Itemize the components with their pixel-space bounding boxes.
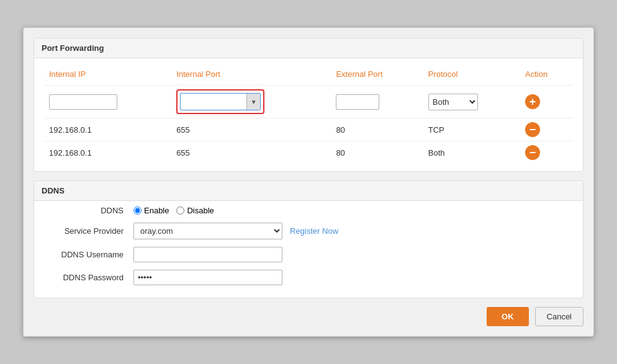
footer-buttons: OK Cancel <box>34 307 583 326</box>
col-protocol: Protocol <box>423 66 520 86</box>
cell-internal-ip-3: 192.168.0.1 <box>44 141 171 164</box>
protocol-select-1[interactable]: Both TCP UDP <box>429 94 477 110</box>
service-provider-label: Service Provider <box>34 226 133 236</box>
main-dialog: Port Forwarding Internal IP Internal Por… <box>23 27 594 337</box>
cell-internal-port-3: 655 <box>171 141 331 164</box>
minus-icon: − <box>529 147 536 158</box>
enable-radio[interactable] <box>133 206 142 215</box>
port-forwarding-title: Port Forwarding <box>34 38 583 58</box>
password-row: DDNS Password <box>34 270 583 285</box>
ok-button[interactable]: OK <box>487 307 529 326</box>
minus-icon: − <box>529 124 536 135</box>
disable-radio-label[interactable]: Disable <box>176 206 214 215</box>
external-port-input-1[interactable]: 21 <box>336 94 379 110</box>
remove-row-button-2[interactable]: − <box>525 122 540 137</box>
table-row: 192.168.1.1 8080 ▼ 21 <box>44 86 573 118</box>
disable-label: Disable <box>187 206 214 215</box>
port-forwarding-table: Internal IP Internal Port External Port … <box>44 66 573 164</box>
col-internal-port: Internal Port <box>171 66 331 86</box>
ddns-enable-row: DDNS Enable Disable <box>34 206 583 215</box>
port-forwarding-section: Port Forwarding Internal IP Internal Por… <box>34 38 583 172</box>
password-label: DDNS Password <box>34 273 133 282</box>
cell-internal-port-2: 655 <box>171 118 331 141</box>
col-action: Action <box>520 66 573 86</box>
ddns-title: DDNS <box>34 181 583 201</box>
ddns-radio-group: Enable Disable <box>133 206 214 215</box>
port-forwarding-body: Internal IP Internal Port External Port … <box>34 58 583 171</box>
col-internal-ip: Internal IP <box>44 66 171 86</box>
cell-internal-port-1: 8080 ▼ <box>171 86 331 118</box>
disable-radio[interactable] <box>176 206 184 215</box>
internal-port-input-1[interactable]: 8080 <box>181 95 246 109</box>
plus-icon: + <box>529 96 536 107</box>
password-input[interactable] <box>133 270 282 285</box>
cell-protocol-2: TCP <box>423 118 520 141</box>
cell-protocol-1: Both TCP UDP <box>423 86 520 118</box>
cell-external-port-3: 80 <box>331 141 423 164</box>
cell-action-1: + <box>520 86 573 118</box>
col-external-port: External Port <box>331 66 423 86</box>
cell-internal-ip-2: 192.168.0.1 <box>44 118 171 141</box>
username-input[interactable]: admin <box>133 247 282 262</box>
register-now-link[interactable]: Register Now <box>290 226 338 236</box>
protocol-select-wrap-1: Both TCP UDP <box>428 94 478 110</box>
internal-ip-input-1[interactable]: 192.168.1.1 <box>49 94 117 110</box>
internal-port-combo: 8080 ▼ <box>180 93 261 110</box>
service-provider-row: Service Provider oray.com dyndns.com no-… <box>34 223 583 239</box>
table-row: 192.168.0.1 655 80 TCP − <box>44 118 573 141</box>
service-provider-wrap: oray.com dyndns.com no-ip.com <box>133 223 282 239</box>
username-label: DDNS Username <box>34 250 133 259</box>
enable-label: Enable <box>144 206 169 215</box>
cell-external-port-2: 80 <box>331 118 423 141</box>
table-row: 192.168.0.1 655 80 Both − <box>44 141 573 164</box>
add-row-button[interactable]: + <box>525 94 540 109</box>
ddns-label: DDNS <box>34 206 133 215</box>
cell-action-2: − <box>520 118 573 141</box>
combo-dropdown-btn[interactable]: ▼ <box>246 94 260 110</box>
ddns-section: DDNS DDNS Enable Disable Service Provide… <box>34 180 583 298</box>
cell-internal-ip-1: 192.168.1.1 <box>44 86 171 118</box>
service-provider-select[interactable]: oray.com dyndns.com no-ip.com <box>134 223 282 239</box>
cell-external-port-1: 21 <box>331 86 423 118</box>
enable-radio-label[interactable]: Enable <box>133 206 169 215</box>
cell-protocol-3: Both <box>423 141 520 164</box>
cell-action-3: − <box>520 141 573 164</box>
username-row: DDNS Username admin <box>34 247 583 262</box>
ddns-form: DDNS Enable Disable Service Provider <box>34 201 583 298</box>
cancel-button[interactable]: Cancel <box>535 307 583 326</box>
remove-row-button-3[interactable]: − <box>525 145 540 160</box>
internal-port-highlight: 8080 ▼ <box>176 89 264 114</box>
